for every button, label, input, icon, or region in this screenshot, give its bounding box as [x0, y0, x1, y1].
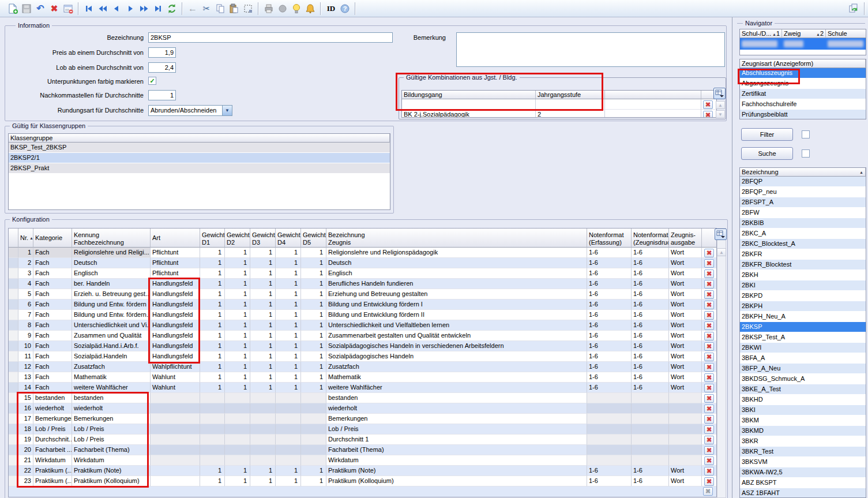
konfiguration-row[interactable]: 11 Fach Sozialpäd.Handeln Handlungsfeld … — [9, 351, 716, 362]
last-record-button[interactable] — [151, 2, 165, 16]
klassengruppe-row[interactable]: BKSP_Test_2BKSP — [9, 143, 390, 153]
nachkommastellen-input[interactable] — [148, 90, 176, 100]
kombination-row[interactable]: ✖ — [402, 99, 716, 110]
previous-record-button[interactable] — [110, 2, 123, 16]
bezeichnung-item[interactable]: 3BKR — [740, 436, 866, 447]
delete-row-button[interactable]: ✖ — [704, 425, 714, 434]
bezeichnung-item[interactable]: 2BKBIB — [740, 218, 866, 229]
konfiguration-row[interactable]: 18 Lob / Preis Lob / Preis Lob / Preis ✖ — [9, 424, 716, 435]
bezeichnung-item[interactable]: 3BFP_A_Neu — [740, 364, 866, 374]
help-icon[interactable]: ? — [338, 2, 352, 16]
delete-row-button[interactable]: ✖ — [704, 394, 714, 403]
konfiguration-row[interactable]: 8 Fach Unterschiedlichkeit und Vi... Han… — [9, 320, 716, 331]
form-properties-button[interactable] — [61, 2, 75, 16]
bezeichnung-item[interactable]: 3BFA_A — [740, 353, 866, 364]
zeugnisart-item[interactable]: Fachhochschulreife — [740, 99, 866, 110]
paste-button[interactable] — [227, 2, 241, 16]
bezeichnung-item[interactable]: 2BFSPT_A — [740, 197, 866, 208]
unterpunktungen-checkbox[interactable]: ✓ — [148, 77, 156, 85]
bezeichnung-item[interactable]: ASZ 1BFAHT — [740, 488, 866, 498]
bezeichnung-item[interactable]: 2BFQP — [740, 177, 866, 187]
delete-row-button[interactable]: ✖ — [704, 290, 714, 299]
copy-button[interactable] — [213, 2, 227, 16]
delete-row-button[interactable]: ✖ — [704, 259, 714, 268]
delete-row-button[interactable]: ✖ — [704, 269, 714, 278]
col-gewicht-d2[interactable]: GewichtD2 — [225, 229, 250, 248]
fast-rewind-button[interactable] — [96, 2, 110, 16]
scroll-down-icon[interactable]: ▼ — [716, 110, 725, 118]
delete-record-icon[interactable]: ✖ — [47, 2, 61, 16]
konfiguration-row[interactable]: 21 Wirkdatum Wirkdatum Wirkdatum ✖ — [9, 455, 716, 466]
delete-row-button[interactable]: ✖ — [704, 405, 714, 413]
hint-bulb-icon[interactable] — [290, 2, 303, 16]
konfiguration-row[interactable]: 10 Fach Sozialpäd.Hand.i.Arb.f. Handlung… — [9, 341, 716, 351]
scroll-up-icon[interactable]: ▲ — [717, 248, 726, 256]
col-notenformat-erfassung[interactable]: Notenformat(Erfassung) — [587, 229, 632, 248]
first-record-button[interactable] — [82, 2, 96, 16]
lob-input[interactable] — [148, 62, 176, 73]
chevron-down-icon[interactable]: ▼ — [222, 106, 232, 115]
bezeichnung-item[interactable]: 2BKH — [740, 270, 866, 280]
konfiguration-row[interactable]: 15 bestanden bestanden bestanden ✖ — [9, 393, 716, 403]
refresh-button[interactable] — [165, 2, 179, 16]
bezeichnung-item[interactable]: 2BKC_Blocktest_A — [740, 239, 866, 249]
bezeichnung-item[interactable]: 2BFW — [740, 208, 866, 218]
bezeichnung-item[interactable]: 3BKI — [740, 405, 866, 415]
sync-button[interactable] — [847, 2, 861, 16]
klassengruppe-row[interactable]: 2BKSP2/1 — [9, 153, 390, 163]
col-gewicht-d1[interactable]: GewichtD1 — [200, 229, 225, 248]
konfiguration-row[interactable]: 14 Fach weitere Wahlfächer Wahlunt 1 1 1… — [9, 383, 716, 393]
konfiguration-row[interactable]: 2 Fach Deutsch Pflichtunt 1 1 1 1 1 Deut… — [9, 258, 716, 268]
delete-row-button[interactable]: ✖ — [704, 301, 714, 309]
konfiguration-row[interactable]: 23 Praktikum (... Praktikum (Kolloquium)… — [9, 476, 716, 486]
preis-input[interactable] — [148, 47, 176, 58]
bezeichnung-item[interactable]: 2BKPH_Neu_A — [740, 312, 866, 322]
bezeichnung-item[interactable]: 2BKFR_Blocktest — [740, 260, 866, 270]
notification-bell-icon[interactable] — [303, 2, 317, 16]
konfiguration-row[interactable]: 6 Fach Bildung und Entw. fördern I Handl… — [9, 299, 716, 310]
konfiguration-row[interactable]: 7 Fach Bildung und Entw. fördern... Hand… — [9, 310, 716, 320]
bezeichnung-item[interactable]: 3BKDSG_Schmuck_A — [740, 374, 866, 384]
new-record-button[interactable] — [6, 2, 20, 16]
school-selected-row[interactable] — [740, 38, 866, 50]
delete-row-button[interactable]: ✖ — [704, 456, 714, 465]
delete-row-button[interactable]: ✖ — [704, 353, 714, 361]
delete-row-button[interactable]: ✖ — [703, 111, 713, 118]
column-chooser-button[interactable] — [715, 229, 727, 240]
col-gewicht-d5[interactable]: GewichtD5 — [301, 229, 326, 248]
zeugnisart-item[interactable]: Abschlusszeugnis — [740, 68, 866, 78]
fast-forward-button[interactable] — [137, 2, 151, 16]
bezeichnung-item[interactable]: 3BKE_A_Test — [740, 384, 866, 395]
delete-row-button[interactable]: ✖ — [704, 467, 714, 475]
bezeichnung-item[interactable]: 3BKHD — [740, 395, 866, 405]
delete-row-button[interactable]: ✖ — [704, 415, 714, 424]
konfiguration-row[interactable]: 17 Bemerkungen Bemerkungen Bemerkungen ✖ — [9, 414, 716, 424]
bezeichnung-item[interactable]: 2BKWI — [740, 343, 866, 353]
bezeichnung-item[interactable]: 2BKC_A — [740, 229, 866, 239]
filter-button[interactable]: Filter — [741, 128, 793, 141]
filter-checkbox[interactable] — [802, 130, 810, 138]
undo-icon[interactable]: ↶ — [33, 2, 47, 16]
konfiguration-row[interactable]: 22 Praktikum (... Praktikum (Note) 1 1 1… — [9, 466, 716, 476]
col-schul[interactable]: Schul-/D...▲1 — [740, 29, 782, 38]
print-button[interactable] — [262, 2, 276, 16]
bezeichnung-item[interactable]: ABZ BKSPT — [740, 478, 866, 488]
delete-row-button[interactable]: ✖ — [703, 100, 713, 109]
konfiguration-row[interactable]: 16 wiederholt wiederholt wiederholt ✖ — [9, 403, 716, 414]
bezeichnung-item[interactable]: 2BKSP — [740, 322, 866, 332]
konfiguration-row[interactable]: 12 Fach Zusatzfach Wahlpflichtunt 1 1 1 … — [9, 362, 716, 372]
delete-row-button[interactable]: ✖ — [704, 311, 714, 320]
zeugnisart-item[interactable]: Prüfungsbeiblatt — [740, 110, 866, 119]
kombination-row[interactable]: BK 2-j.Sozialpädagogik 2 ✖ — [402, 110, 716, 118]
col-schule[interactable]: Schule — [826, 29, 866, 38]
col-gewicht-d3[interactable]: GewichtD3 — [250, 229, 276, 248]
delete-row-button[interactable]: ✖ — [704, 321, 714, 330]
zeugnisart-header[interactable]: Zeugnisart (Anzeigeform) — [740, 59, 866, 68]
suche-checkbox[interactable] — [802, 149, 810, 158]
delete-row-button[interactable]: ✖ — [704, 280, 714, 289]
col-art[interactable]: Art — [151, 229, 200, 248]
col-notenformat-zeugnisdruck[interactable]: Notenformat(Zeugnisdruck) — [632, 229, 669, 248]
delete-row-button[interactable]: ✖ — [704, 363, 714, 372]
konfiguration-row[interactable]: 20 Facharbeit ... Facharbeit (Thema) Fac… — [9, 445, 716, 455]
cut-icon[interactable]: ✂ — [200, 2, 213, 16]
